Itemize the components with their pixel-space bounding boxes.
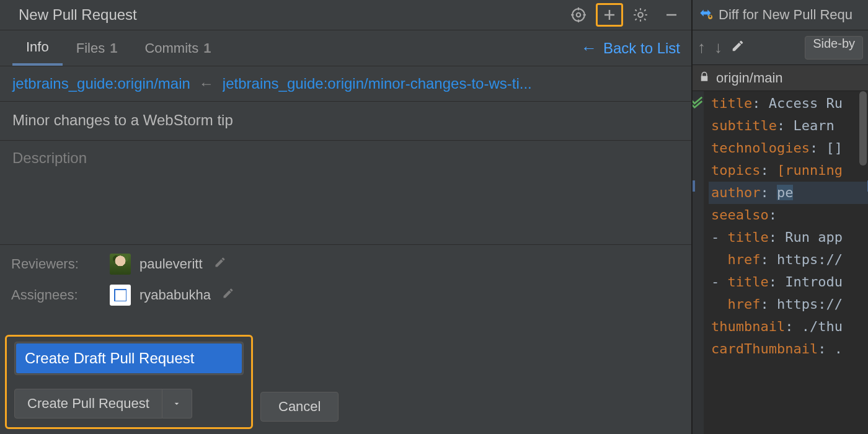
target-icon[interactable]: [565, 3, 592, 27]
add-icon[interactable]: [596, 3, 623, 27]
back-label: Back to List: [603, 40, 680, 57]
svg-rect-4: [709, 16, 711, 17]
pr-title-input[interactable]: Minor changes to a WebStorm tip: [0, 102, 691, 141]
diff-branch-bar: origin/main: [693, 65, 868, 91]
diff-title: Diff for New Pull Requ: [719, 7, 852, 23]
assignee-name[interactable]: ryababukha: [140, 287, 211, 303]
diff-panel: Diff for New Pull Requ ↑ ↓ Side-by origi…: [691, 0, 868, 434]
cancel-button[interactable]: Cancel: [260, 392, 339, 422]
scrollbar-thumb[interactable]: [859, 91, 867, 166]
branch-selection: jetbrains_guide:origin/main ← jetbrains_…: [0, 66, 691, 102]
people-block: Reviewers: pauleveritt Assignees: ryabab…: [0, 245, 691, 306]
tab-label: Commits: [144, 40, 198, 56]
diff-icon: [698, 5, 714, 25]
tab-files[interactable]: Files 1: [63, 30, 131, 66]
svg-point-1: [577, 13, 581, 17]
avatar[interactable]: [110, 285, 131, 306]
reviewer-name[interactable]: pauleveritt: [140, 256, 203, 272]
check-icon: [693, 94, 704, 116]
pull-request-panel: New Pull Request Info Files 1 Commits: [0, 0, 691, 434]
next-diff-icon[interactable]: ↓: [714, 38, 722, 57]
back-to-list-link[interactable]: ← Back to List: [581, 38, 680, 58]
tab-count: 1: [110, 40, 117, 56]
draft-dropdown-popup: Create Draft Pull Request: [14, 342, 244, 375]
prev-diff-icon[interactable]: ↑: [698, 38, 706, 57]
tab-label: Info: [26, 39, 49, 55]
create-pr-button[interactable]: Create Pull Request: [14, 389, 162, 418]
arrow-left-icon: ←: [581, 38, 597, 58]
edit-icon[interactable]: [214, 256, 226, 272]
pr-tabs: Info Files 1 Commits 1 ← Back to List: [0, 30, 691, 66]
edit-icon[interactable]: [731, 39, 745, 56]
svg-point-2: [638, 12, 643, 17]
svg-point-0: [572, 9, 585, 21]
create-draft-pr-button[interactable]: Create Draft Pull Request: [16, 343, 242, 373]
lock-icon: [699, 70, 710, 86]
diff-branch-label[interactable]: origin/main: [716, 70, 783, 86]
reviewers-row: Reviewers: pauleveritt: [11, 254, 680, 275]
arrow-left-icon: ←: [199, 75, 214, 92]
assignees-row: Assignees: ryababukha: [11, 285, 680, 306]
create-pr-controls-highlight: Create Draft Pull Request Create Pull Re…: [5, 335, 253, 429]
diff-mode-button[interactable]: Side-by: [805, 36, 863, 60]
gear-icon[interactable]: [627, 3, 654, 27]
pr-header: New Pull Request: [0, 0, 691, 30]
target-branch[interactable]: jetbrains_guide:origin/main: [12, 75, 190, 92]
avatar[interactable]: [110, 254, 131, 275]
panel-title: New Pull Request: [19, 6, 565, 24]
reviewers-label: Reviewers:: [11, 256, 101, 272]
tab-label: Files: [76, 40, 105, 56]
edit-icon[interactable]: [222, 287, 234, 303]
diff-code[interactable]: title: Access Rusubtitle: Learn technolo…: [693, 91, 868, 434]
minimize-icon[interactable]: [658, 3, 685, 27]
change-marker: [693, 180, 695, 192]
source-branch[interactable]: jetbrains_guide:origin/minor-changes-to-…: [223, 75, 532, 92]
tab-commits[interactable]: Commits 1: [131, 30, 224, 66]
diff-toolbar: ↑ ↓ Side-by: [693, 30, 868, 65]
gutter: [693, 91, 704, 434]
assignees-label: Assignees:: [11, 287, 101, 303]
pr-description-input[interactable]: Description: [0, 141, 691, 245]
diff-header: Diff for New Pull Requ: [693, 0, 868, 30]
tab-info[interactable]: Info: [12, 30, 63, 66]
chevron-down-icon[interactable]: [162, 389, 192, 418]
tab-count: 1: [203, 40, 211, 56]
